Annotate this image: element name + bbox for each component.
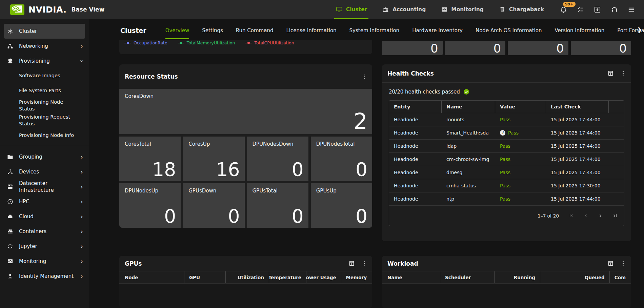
value-cell: i Pass (495, 143, 546, 149)
next-page-icon[interactable] (598, 213, 603, 219)
hamburger-menu-icon (627, 6, 635, 14)
tab-node-arch-os-information[interactable]: Node Arch OS Information (476, 21, 542, 40)
column-header: Memory (341, 271, 371, 283)
first-page-icon[interactable] (568, 213, 574, 219)
kebab-menu-icon[interactable] (361, 74, 367, 80)
sidebar-item-monitoring[interactable]: Monitoring › (0, 254, 89, 269)
tasks-button[interactable] (577, 6, 584, 14)
resource-status-header: Resource Status (119, 64, 372, 89)
downloads-button[interactable] (593, 6, 601, 14)
pass-status: Pass (500, 196, 510, 202)
top-nav-chargeback[interactable]: Chargeback (499, 0, 544, 19)
tab-hardware-inventory[interactable]: Hardware Inventory (412, 21, 463, 40)
tile-dpunodesdown: DPUNodesDown 0 (247, 137, 308, 181)
kebab-menu-icon[interactable] (620, 260, 626, 267)
health-check-row[interactable]: Headnode dmesg i Pass 15 Jul 2025 17:44:… (389, 166, 624, 179)
app-bar-actions: 99+ (560, 6, 635, 14)
support-button[interactable] (610, 6, 618, 14)
previous-page-icon[interactable] (583, 213, 589, 219)
sidebar-item-provisioning-node-info[interactable]: Provisioning Node Info › (0, 128, 89, 143)
menu-button[interactable] (627, 6, 635, 14)
tile-corestotal: CoresTotal 18 (119, 137, 181, 181)
tile-gpustotal: GPUsTotal 0 (247, 183, 308, 228)
sidebar-item-label: File System Parts (19, 87, 79, 94)
legend-label: OccupationRate (134, 40, 167, 45)
top-nav-monitoring[interactable]: Monitoring (441, 0, 484, 19)
sidebar-item-provisioning-request-status[interactable]: Provisioning Request Status › (0, 113, 89, 128)
tile-label: GPUsTotal (253, 188, 278, 194)
last-page-icon[interactable] (612, 213, 618, 219)
sidebar-item-containers[interactable]: Containers › (0, 224, 89, 239)
provisioning-icon (7, 58, 14, 64)
top-nav: Cluster Accounting Monitoring Chargeback (336, 0, 544, 19)
sidebar-item-cloud[interactable]: Cloud › (0, 209, 89, 224)
legend-item-occupationrate[interactable]: OccupationRate (124, 40, 167, 45)
workload-header: Workload (382, 256, 631, 271)
tab-overview[interactable]: Overview (165, 21, 189, 40)
brand: NVIDIA. Base View (10, 4, 104, 15)
sidebar-item-datacenter-infrastructure[interactable]: Datacenter Infrastructure › (0, 179, 89, 194)
table-view-icon[interactable] (607, 70, 614, 77)
tile-value: 0 (292, 207, 304, 226)
kebab-menu-icon[interactable] (361, 260, 367, 267)
top-nav-accounting[interactable]: Accounting (382, 0, 426, 19)
legend-item-totalcpuutilization[interactable]: TotalCPUUtilization (245, 40, 294, 45)
sidebar-item-grouping[interactable]: Grouping › (0, 149, 89, 164)
notifications-button[interactable]: 99+ (560, 6, 567, 14)
metric-value: 0 (430, 42, 438, 55)
tile-dpunodestotal: DPUNodesTotal 0 (311, 137, 372, 181)
tile-label: CoresUp (188, 141, 210, 147)
sidebar-item-jupyter[interactable]: Jupyter › (0, 239, 89, 254)
check-circle-icon (463, 88, 470, 95)
sidebar-item-provisioning-node-status[interactable]: Provisioning Node Status › (0, 98, 89, 113)
tile-value: 0 (356, 207, 367, 226)
utilization-chart-card: OccupationRate TotalMemoryUtilization To… (119, 40, 372, 54)
download-tray-icon (593, 6, 601, 14)
kebab-menu-icon[interactable] (620, 70, 626, 77)
chevron-icon: › (79, 199, 84, 205)
sidebar-item-label: HPC (19, 198, 79, 205)
tabs-overflow-chevron-icon[interactable]: ❯ (637, 26, 642, 33)
info-icon[interactable]: i (500, 130, 505, 136)
chevron-icon: › (79, 258, 84, 265)
tab-system-information[interactable]: System Information (349, 21, 400, 40)
tab-license-information[interactable]: License Information (286, 21, 336, 40)
health-check-row[interactable]: Headnode mounts i Pass 15 Jul 2025 17:44… (389, 113, 624, 126)
tab-settings[interactable]: Settings (202, 21, 223, 40)
legend-item-totalmemoryutilization[interactable]: TotalMemoryUtilization (178, 40, 235, 45)
series-marker-icon (245, 43, 252, 43)
health-check-row[interactable]: Headnode Smart_Health:sda i Pass 15 Jul … (389, 126, 624, 139)
health-check-row[interactable]: Headnode ntp i Pass 15 Jul 2025 17:44:00 (389, 192, 624, 205)
health-check-row[interactable]: Headnode cmha-status i Pass 15 Jul 2025 … (389, 179, 624, 192)
cluster-icon (7, 28, 14, 35)
column-header: Utilization (226, 271, 269, 283)
app-bar: NVIDIA. Base View Cluster Accounting Mon… (0, 0, 644, 19)
sidebar-item-hpc[interactable]: HPC › (0, 194, 89, 209)
chevron-icon: › (79, 273, 84, 280)
sidebar-item-provisioning[interactable]: Provisioning › (0, 54, 89, 68)
name-cell: ldap (442, 143, 495, 149)
sidebar-item-identity-management[interactable]: Identity Management › (0, 269, 89, 284)
tab-version-information[interactable]: Version Information (555, 21, 604, 40)
legend-label: TotalCPUUtilization (254, 40, 294, 45)
last-check-cell: 15 Jul 2025 17:44:00 (546, 130, 609, 136)
checklist-icon (577, 6, 584, 14)
sidebar-item-label: Grouping (19, 153, 79, 160)
sidebar-item-cluster[interactable]: Cluster › (4, 24, 85, 39)
name-cell: cmha-status (442, 183, 495, 188)
tab-run-command[interactable]: Run Command (236, 21, 274, 40)
health-check-row[interactable]: Headnode cm-chroot-sw-img i Pass 15 Jul … (389, 152, 624, 166)
pass-status: Pass (500, 170, 510, 175)
sidebar-item-devices[interactable]: Devices › (0, 164, 89, 179)
last-check-cell: 15 Jul 2025 17:44:00 (546, 117, 609, 122)
table-view-icon[interactable] (607, 260, 614, 267)
sidebar-item-software-images[interactable]: Software Images › (0, 68, 89, 83)
health-check-row[interactable]: Headnode ldap i Pass 15 Jul 2025 17:44:0… (389, 139, 624, 152)
top-nav-cluster[interactable]: Cluster (336, 0, 367, 19)
sidebar-item-label: Provisioning Request Status (19, 114, 79, 127)
table-view-icon[interactable] (348, 260, 355, 267)
resource-status-card: Resource Status CoresDown 2 CoresTotal 1… (119, 64, 372, 228)
column-header: Name (383, 271, 440, 283)
sidebar-item-networking[interactable]: Networking › (0, 39, 89, 54)
sidebar-item-file-system-parts[interactable]: File System Parts › (0, 83, 89, 98)
